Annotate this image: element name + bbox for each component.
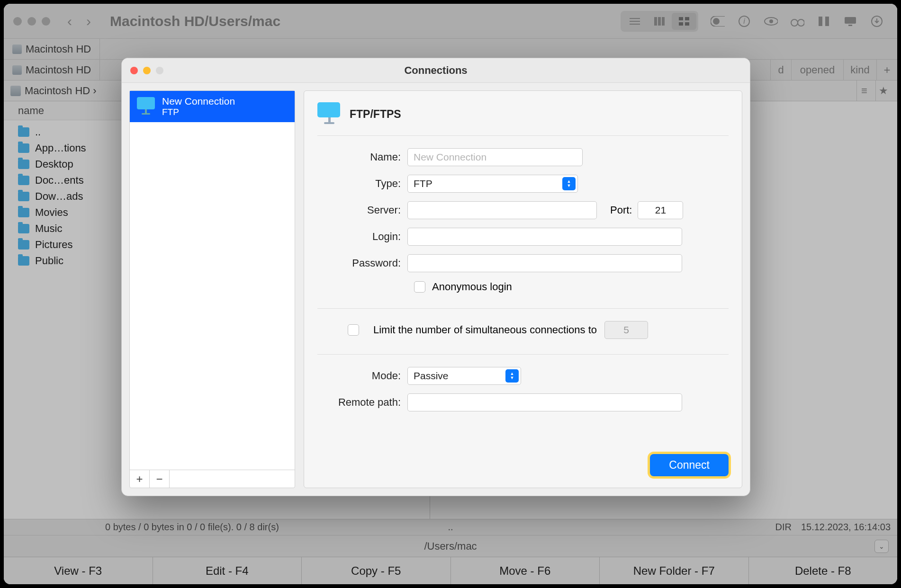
add-connection-button[interactable]: +: [130, 470, 150, 488]
connection-item[interactable]: New Connection FTP: [130, 91, 295, 122]
form-title: FTP/FTPS: [350, 108, 401, 121]
dialog-title: Connections: [404, 64, 467, 77]
server-label: Server:: [317, 204, 407, 216]
chevron-up-down-icon: ▲▼: [562, 177, 576, 190]
form-header: FTP/FTPS: [317, 102, 729, 136]
connections-dialog: Connections New Connection FTP + −: [121, 58, 750, 496]
dialog-titlebar: Connections: [122, 58, 750, 83]
name-input[interactable]: [407, 148, 583, 166]
close-icon[interactable]: [130, 67, 138, 74]
connection-text: New Connection FTP: [162, 96, 235, 117]
mode-label: Mode:: [317, 370, 407, 382]
limit-input: [604, 321, 648, 339]
mode-select[interactable]: Passive ▲▼: [407, 367, 521, 385]
port-label: Port:: [610, 204, 632, 216]
type-label: Type:: [317, 178, 407, 190]
dialog-window-controls: [130, 67, 163, 74]
computer-icon: [136, 97, 155, 116]
divider: [317, 308, 729, 309]
password-input[interactable]: [407, 254, 682, 272]
minimize-icon[interactable]: [143, 67, 151, 74]
connection-type: FTP: [162, 107, 235, 117]
remove-connection-button[interactable]: −: [150, 470, 170, 488]
limit-checkbox[interactable]: [348, 324, 359, 336]
connection-list-toolbar: + −: [130, 470, 295, 488]
main-window: ‹ › Macintosh HD/Users/mac i Macintosh H…: [4, 4, 897, 584]
divider: [317, 354, 729, 355]
remote-path-input[interactable]: [407, 393, 682, 411]
login-input[interactable]: [407, 228, 682, 246]
anonymous-checkbox[interactable]: [414, 281, 425, 293]
mode-value: Passive: [414, 370, 449, 382]
remote-path-label: Remote path:: [317, 396, 407, 409]
type-value: FTP: [414, 178, 432, 189]
port-input[interactable]: [638, 201, 683, 219]
computer-icon: [317, 102, 341, 126]
connections-list: New Connection FTP + −: [129, 90, 295, 488]
connect-button[interactable]: Connect: [650, 454, 729, 476]
limit-label: Limit the number of simultaneous connect…: [373, 324, 597, 336]
name-label: Name:: [317, 151, 407, 163]
connection-form: FTP/FTPS Name: Type: FTP ▲▼ Server: P: [304, 90, 742, 488]
server-input[interactable]: [407, 201, 597, 219]
password-label: Password:: [317, 257, 407, 269]
dialog-body: New Connection FTP + − FTP/FTPS Name:: [122, 83, 750, 496]
connection-name: New Connection: [162, 96, 235, 107]
login-label: Login:: [317, 231, 407, 243]
type-select[interactable]: FTP ▲▼: [407, 175, 578, 193]
anonymous-label: Anonymous login: [432, 281, 512, 293]
chevron-up-down-icon: ▲▼: [505, 369, 519, 383]
zoom-icon: [156, 67, 163, 74]
